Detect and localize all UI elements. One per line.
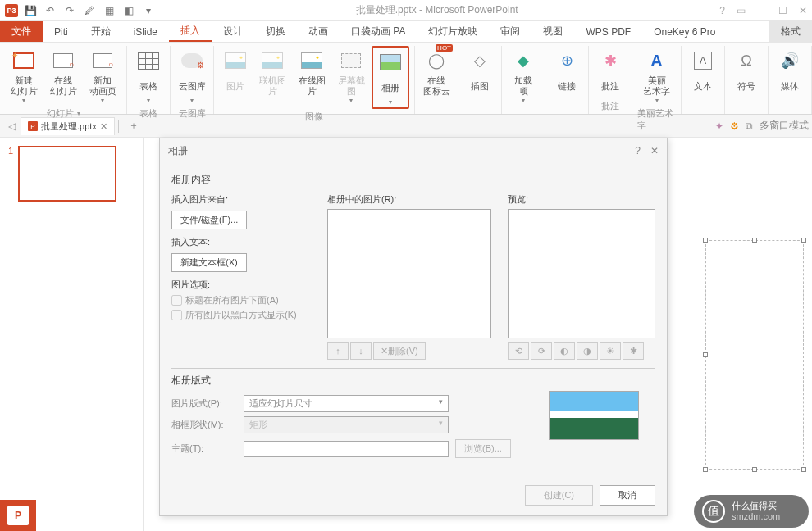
tab-view[interactable]: 视图: [531, 21, 574, 42]
ribbon-group-addins: ◆ 加载项 ▾: [502, 46, 545, 114]
qat-dropdown-icon[interactable]: ▾: [143, 5, 154, 16]
album-button[interactable]: 相册 ▾: [372, 46, 409, 109]
tab-prev-icon[interactable]: ◁: [8, 120, 16, 132]
tab-pocket-anim[interactable]: 口袋动画 PA: [340, 21, 417, 42]
gear-icon[interactable]: ⚙: [730, 120, 739, 132]
dialog-close-icon[interactable]: ✕: [650, 145, 659, 157]
resize-handle[interactable]: [801, 467, 806, 472]
taskbar-app[interactable]: P: [0, 500, 36, 531]
contrast-down-button[interactable]: ◑: [577, 342, 598, 360]
album-pictures-listbox[interactable]: [327, 209, 491, 338]
links-button[interactable]: ⊕ 链接: [550, 46, 583, 98]
doc-tab-name: 批量处理.pptx: [41, 120, 97, 133]
symbol-button[interactable]: Ω 符号: [730, 46, 763, 98]
tab-home[interactable]: 开始: [80, 21, 122, 42]
bw-checkbox-label: 所有图片以黑白方式显示(K): [185, 309, 297, 321]
online-slide-button[interactable]: 在线幻灯片: [44, 46, 82, 98]
dialog-help-icon[interactable]: ?: [635, 145, 641, 157]
minimize-icon[interactable]: —: [757, 5, 767, 16]
save-icon[interactable]: 💾: [25, 5, 36, 16]
undo-icon[interactable]: ↶: [44, 5, 56, 16]
maximize-icon[interactable]: ☐: [778, 5, 787, 16]
caption-checkbox[interactable]: [171, 295, 182, 306]
multiwindow-label[interactable]: 多窗口模式: [760, 119, 809, 133]
tab-file[interactable]: 文件: [0, 21, 43, 42]
new-textbox-button[interactable]: 新建文本框(X): [171, 253, 247, 272]
bw-checkbox-row[interactable]: 所有图片以黑白方式显示(K): [171, 309, 311, 321]
create-button: 创建(C): [525, 485, 593, 506]
wordart-button[interactable]: A 美丽艺术字 ▾: [641, 46, 673, 106]
media-button[interactable]: 🔊 媒体: [773, 46, 806, 98]
resize-handle[interactable]: [752, 238, 757, 243]
textbox-placeholder[interactable]: [705, 240, 804, 470]
online-picture-button[interactable]: 联机图片: [253, 46, 291, 98]
move-down-button[interactable]: ↓: [350, 342, 372, 360]
remove-button[interactable]: ✕ 删除(V): [373, 342, 426, 360]
tab-onekey[interactable]: OneKey 6 Pro: [642, 21, 727, 42]
resize-handle[interactable]: [752, 467, 757, 472]
tab-wps-pdf[interactable]: WPS PDF: [574, 21, 642, 42]
comment-button[interactable]: ✱ 批注: [594, 46, 627, 98]
tab-islide[interactable]: iSlide: [122, 21, 169, 42]
tab-insert[interactable]: 插入: [169, 21, 212, 42]
chevron-down-icon: ▾: [389, 98, 392, 106]
cloud-icon: [181, 53, 203, 68]
resize-handle[interactable]: [801, 238, 806, 243]
brightness-down-button[interactable]: ✱: [623, 342, 644, 360]
tab-animation[interactable]: 动画: [297, 21, 340, 42]
close-icon[interactable]: ✕: [799, 5, 807, 16]
qat-icon-2[interactable]: ▦: [103, 5, 115, 16]
online-picture2-button[interactable]: 在线图片: [293, 46, 331, 98]
contrast-up-button[interactable]: ◐: [554, 342, 575, 360]
bw-checkbox[interactable]: [171, 310, 182, 320]
tab-slideshow[interactable]: 幻灯片放映: [417, 21, 489, 42]
title-bar: P3 💾 ↶ ↷ 🖉 ▦ ◧ ▾ 批量处理.pptx - Microsoft P…: [0, 0, 812, 21]
redo-icon[interactable]: ↷: [64, 5, 75, 16]
illustration-button[interactable]: ◇ 插图: [463, 46, 496, 98]
tab-format[interactable]: 格式: [769, 21, 812, 42]
doc-tab-close-icon[interactable]: ✕: [100, 121, 107, 132]
ribbon-group-links: ⊕ 链接: [545, 46, 589, 114]
thumbnail-item[interactable]: 1: [8, 146, 135, 202]
section-album-layout: 相册版式: [171, 374, 655, 388]
table-button[interactable]: 表格 ▾: [132, 46, 165, 106]
caption-checkbox-row[interactable]: 标题在所有图片下面(A): [171, 294, 311, 306]
shapes-icon: ◇: [467, 48, 493, 74]
qat-icon-1[interactable]: 🖉: [84, 5, 95, 16]
anim-page-icon: [93, 53, 112, 68]
tab-design[interactable]: 设计: [212, 21, 254, 42]
pic-layout-dropdown[interactable]: 适应幻灯片尺寸▾: [244, 395, 449, 412]
iconcloud-button[interactable]: HOT ◯ 在线图标云: [420, 46, 453, 98]
chevron-down-icon: ▾: [190, 97, 194, 104]
tab-review[interactable]: 审阅: [489, 21, 531, 42]
screenshot-button[interactable]: 屏幕截图 ▾: [332, 46, 370, 106]
text-button[interactable]: A 文本: [687, 46, 719, 98]
new-anim-button[interactable]: 新加动画页 ▾: [84, 46, 121, 106]
magic-icon[interactable]: ✦: [715, 120, 723, 132]
qat-icon-3[interactable]: ◧: [123, 5, 135, 16]
new-slide-button[interactable]: 新建幻灯片 ▾: [5, 46, 43, 106]
theme-input[interactable]: [244, 441, 449, 457]
resize-handle[interactable]: [703, 238, 708, 243]
tab-transition[interactable]: 切换: [254, 21, 297, 42]
file-disk-button[interactable]: 文件/磁盘(F)...: [171, 211, 247, 229]
taskbar-app-icon: P: [7, 506, 29, 525]
cancel-button[interactable]: 取消: [600, 485, 655, 506]
resize-handle[interactable]: [703, 467, 708, 472]
album-dialog: 相册 ? ✕ 相册内容 插入图片来自: 文件/磁盘(F)... 插入文本: 新建…: [159, 138, 668, 516]
tab-piti[interactable]: Piti: [43, 21, 80, 42]
multiwindow-icon[interactable]: ⧉: [746, 120, 753, 132]
picture-button[interactable]: 图片: [219, 46, 252, 98]
ribbon-toggle-icon[interactable]: ▭: [737, 5, 746, 16]
new-doc-tab-icon[interactable]: ＋: [129, 119, 139, 133]
brightness-up-button[interactable]: ☀: [600, 342, 621, 360]
rotate-right-button[interactable]: ⟳: [531, 342, 552, 360]
move-up-button[interactable]: ↑: [327, 342, 349, 360]
rotate-left-button[interactable]: ⟲: [508, 342, 529, 360]
addins-button[interactable]: ◆ 加载项 ▾: [507, 46, 540, 106]
thumbnail-preview[interactable]: [18, 146, 116, 202]
cloudlib-button[interactable]: 云图库 ▾: [176, 46, 208, 106]
resize-handle[interactable]: [703, 352, 708, 357]
help-icon[interactable]: ?: [719, 5, 725, 16]
table-icon: [138, 52, 159, 70]
